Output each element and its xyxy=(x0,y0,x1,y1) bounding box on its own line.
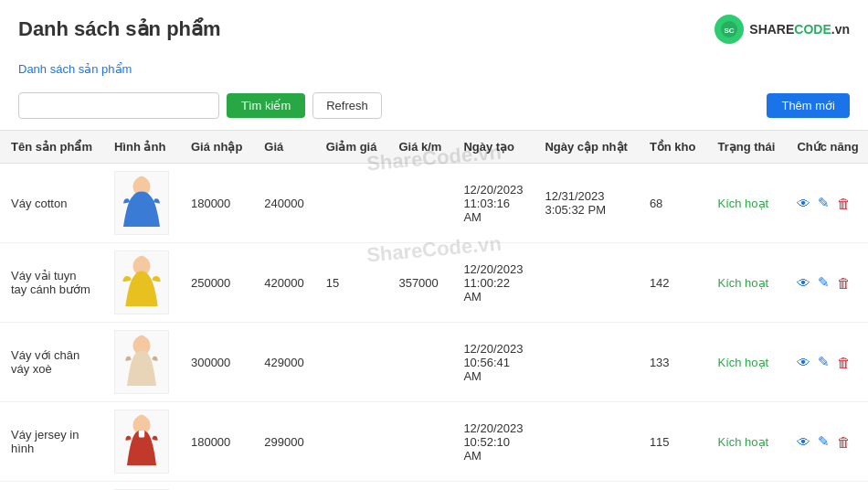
cell-status: Kích hoạt xyxy=(706,243,786,323)
cell-stock: 133 xyxy=(639,323,707,402)
col-promo-price: Giá k/m xyxy=(387,131,452,164)
cell-image xyxy=(103,482,180,491)
cell-stock: 270 xyxy=(639,482,707,491)
svg-text:SC: SC xyxy=(725,27,735,35)
cell-created: 12/20/2023 10:48:01 AM xyxy=(452,482,534,491)
cell-updated xyxy=(534,402,638,482)
cell-price: 299000 xyxy=(253,402,314,482)
col-created: Ngày tạo xyxy=(452,131,534,164)
edit-icon[interactable]: ✎ xyxy=(818,433,830,450)
edit-icon[interactable]: ✎ xyxy=(818,354,830,370)
add-button[interactable]: Thêm mới xyxy=(767,93,850,118)
cell-status: Kích hoạt xyxy=(706,402,786,482)
cell-name: Váy với chân váy xoè xyxy=(0,323,103,402)
page-title: Danh sách sản phẩm xyxy=(18,17,221,41)
cell-image xyxy=(103,243,180,323)
col-image: Hình ảnh xyxy=(103,131,180,164)
delete-icon[interactable]: 🗑 xyxy=(837,355,851,370)
cell-updated xyxy=(534,482,638,491)
cell-price: 429000 xyxy=(253,323,314,402)
breadcrumb: Danh sách sản phẩm xyxy=(0,59,868,85)
cell-actions: 👁 ✎ 🗑 xyxy=(786,323,868,402)
svg-point-7 xyxy=(137,336,146,345)
cell-discount xyxy=(315,164,388,243)
view-icon[interactable]: 👁 xyxy=(797,275,810,291)
search-button[interactable]: Tìm kiếm xyxy=(227,93,305,118)
refresh-button[interactable]: Refresh xyxy=(312,92,382,119)
view-icon[interactable]: 👁 xyxy=(797,196,810,211)
svg-point-3 xyxy=(137,176,146,186)
col-stock: Tồn kho xyxy=(639,131,707,164)
cell-promo-price xyxy=(387,482,452,491)
logo-icon: SC xyxy=(715,15,744,44)
logo: SC SHARECODE.vn xyxy=(715,15,850,44)
cell-discount xyxy=(315,482,388,491)
cell-status: Kích hoạt xyxy=(706,164,786,243)
breadcrumb-link[interactable]: Danh sách sản phẩm xyxy=(18,62,132,76)
view-icon[interactable]: 👁 xyxy=(797,434,810,450)
col-import-price: Giá nhập xyxy=(180,131,253,164)
page-container: Danh sách sản phẩm SC SHARECODE.vn Danh … xyxy=(0,0,868,490)
col-discount: Giảm giá xyxy=(315,131,388,164)
delete-icon[interactable]: 🗑 xyxy=(837,196,851,211)
logo-text-accent: CODE xyxy=(794,22,831,37)
delete-icon[interactable]: 🗑 xyxy=(837,434,851,450)
cell-updated xyxy=(534,323,638,402)
cell-name: Váy jersey in hình xyxy=(0,402,103,482)
cell-updated xyxy=(534,243,638,323)
cell-import-price: 180000 xyxy=(180,402,253,482)
cell-import-price: 180000 xyxy=(180,164,253,243)
cell-promo-price: 357000 xyxy=(387,243,452,323)
search-input[interactable] xyxy=(18,92,219,119)
cell-import-price: 300000 xyxy=(180,323,253,402)
view-icon[interactable]: 👁 xyxy=(797,355,810,370)
col-updated: Ngày cập nhật xyxy=(534,131,638,164)
table-header: Tên sản phẩm Hình ảnh Giá nhập Giá Giảm … xyxy=(0,131,868,164)
cell-stock: 115 xyxy=(639,402,707,482)
table-row: Váy cotton 180000 240000 12/20/2023 11:0… xyxy=(0,164,868,243)
cell-price: 429000 xyxy=(253,482,314,491)
cell-price: 240000 xyxy=(253,164,314,243)
cell-actions: 👁 ✎ 🗑 xyxy=(786,482,868,491)
cell-created: 12/20/2023 10:52:10 AM xyxy=(452,402,534,482)
header: Danh sách sản phẩm SC SHARECODE.vn xyxy=(0,0,868,59)
cell-image xyxy=(103,323,180,402)
cell-updated: 12/31/2023 3:05:32 PM xyxy=(534,164,638,243)
cell-import-price: 250000 xyxy=(180,243,253,323)
products-table: Tên sản phẩm Hình ảnh Giá nhập Giá Giảm … xyxy=(0,130,868,490)
cell-name: Váy với chân váy vải tuyn xyxy=(0,482,103,491)
table-body: Váy cotton 180000 240000 12/20/2023 11:0… xyxy=(0,164,868,491)
cell-discount xyxy=(315,402,388,482)
table-row: Váy với chân váy vải tuyn 300000 429000 … xyxy=(0,482,868,491)
edit-icon[interactable]: ✎ xyxy=(818,195,830,211)
cell-created: 12/20/2023 10:56:41 AM xyxy=(452,323,534,402)
cell-stock: 68 xyxy=(639,164,707,243)
cell-created: 12/20/2023 11:00:22 AM xyxy=(452,243,534,323)
cell-actions: 👁 ✎ 🗑 xyxy=(786,243,868,323)
table-row: Váy với chân váy xoè 300000 429000 12/20… xyxy=(0,323,868,402)
toolbar: Tìm kiếm Refresh Thêm mới xyxy=(0,85,868,126)
delete-icon[interactable]: 🗑 xyxy=(837,275,851,291)
cell-discount: 15 xyxy=(315,243,388,323)
cell-price: 420000 xyxy=(253,243,314,323)
cell-actions: 👁 ✎ 🗑 xyxy=(786,164,868,243)
logo-text-normal: SHARE xyxy=(749,22,794,37)
cell-import-price: 300000 xyxy=(180,482,253,491)
cell-actions: 👁 ✎ 🗑 xyxy=(786,402,868,482)
cell-promo-price xyxy=(387,402,452,482)
col-name: Tên sản phẩm xyxy=(0,131,103,164)
cell-image xyxy=(103,164,180,243)
cell-status: Kích hoạt xyxy=(706,323,786,402)
logo-text: SHARECODE.vn xyxy=(749,22,850,37)
cell-promo-price xyxy=(387,323,452,402)
cell-discount xyxy=(315,323,388,402)
svg-rect-9 xyxy=(139,431,144,438)
cell-image xyxy=(103,402,180,482)
col-price: Giá xyxy=(253,131,314,164)
svg-point-5 xyxy=(137,256,146,265)
edit-icon[interactable]: ✎ xyxy=(818,274,830,291)
table-row: Váy jersey in hình 180000 299000 12/20/2… xyxy=(0,402,868,482)
col-actions: Chức năng xyxy=(786,131,868,164)
cell-stock: 142 xyxy=(639,243,707,323)
cell-promo-price xyxy=(387,164,452,243)
